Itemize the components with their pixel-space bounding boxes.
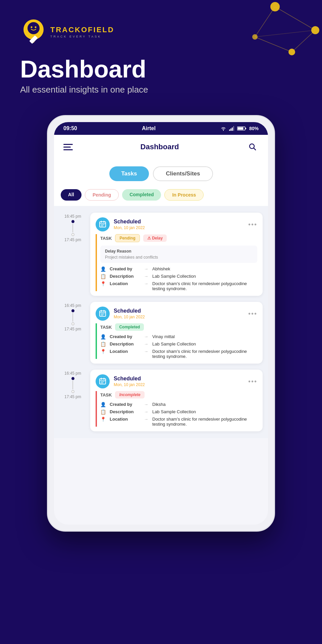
page-title: Dashboard: [20, 57, 302, 81]
card-header-left-2: Scheduled Mon, 10 jan 2022: [96, 307, 145, 321]
time-end-1: 17:45 pm: [64, 237, 81, 242]
tl-dot-top-1: [71, 220, 74, 223]
loc-label-2: Location: [110, 349, 140, 354]
card-info-1: Scheduled Mon, 10 jan 2022: [114, 219, 145, 230]
time-end-3: 17:45 pm: [64, 394, 81, 399]
created-by-value-3: Diksha: [152, 402, 257, 407]
arrow-2: →: [144, 274, 148, 279]
svg-rect-15: [229, 129, 230, 131]
tab-clients-sites[interactable]: Clients/Sites: [153, 166, 213, 181]
timeline-col-1: 16:45 pm 17:45 pm: [59, 213, 86, 242]
arrow-3: →: [144, 281, 148, 286]
avatar-1: [96, 217, 110, 231]
doc-icon-2: 📋: [100, 341, 107, 347]
nav-bar: Dashboard: [54, 135, 268, 159]
timeline-col-2: 16:45 pm 17:45 pm: [59, 302, 86, 331]
loc-value-2: Doctor sham's clinic for remdesiver poly…: [152, 349, 257, 359]
battery-icon: [237, 126, 247, 131]
created-by-value-2: Vinay mittal: [152, 334, 257, 339]
tab-tasks[interactable]: Tasks: [109, 166, 149, 181]
desc-value-2: Lab Sample Collection: [152, 341, 257, 346]
arrow-4: →: [144, 334, 148, 339]
svg-rect-36: [100, 379, 106, 384]
desc-label-3: Description: [110, 409, 140, 414]
filter-pending[interactable]: Pending: [85, 189, 119, 201]
user-icon-1: 👤: [100, 266, 107, 272]
created-by-value-1: Abhishek: [152, 266, 257, 271]
logo-tagline: TRACK EVERY TASK: [50, 35, 114, 38]
badge-incomplete-3: Incomplete: [115, 391, 144, 398]
time-start-2: 16:45 pm: [64, 303, 81, 308]
card-menu-1[interactable]: •••: [248, 221, 257, 228]
arrow-6: →: [144, 349, 148, 354]
user-icon-2: 👤: [100, 334, 107, 339]
timeline-line-1: [71, 220, 74, 236]
svg-rect-30: [100, 311, 106, 316]
tl-vert-2: [72, 313, 73, 322]
created-by-label-3: Created by: [110, 402, 140, 407]
task-label-2: TASK: [100, 325, 112, 330]
task-card-1: Scheduled Mon, 10 jan 2022 ••• TASK Pend…: [90, 213, 263, 296]
pin-icon-3: 📍: [100, 417, 107, 422]
signal-icon: [229, 126, 234, 131]
loc-label-3: Location: [110, 417, 140, 422]
created-by-label-1: Created by: [110, 266, 140, 271]
badge-pending-1: Pending: [115, 234, 140, 242]
table-row: 16:45 pm 17:45 pm: [59, 213, 263, 296]
logo-name: TRACKOFIELD: [50, 25, 114, 34]
task-card-2: Scheduled Mon, 10 jan 2022 ••• TASK Comp…: [90, 302, 263, 364]
tab-selector: Tasks Clients/Sites: [54, 159, 268, 186]
avatar-3: [96, 374, 110, 388]
filter-inprocess[interactable]: In Process: [164, 189, 204, 201]
svg-rect-20: [245, 128, 246, 129]
logo-text: TRACKOFIELD TRACK EVERY TASK: [50, 25, 114, 38]
svg-point-13: [35, 26, 37, 28]
arrow-9: →: [144, 417, 148, 422]
doc-icon-3: 📋: [100, 409, 107, 415]
info-created-1: 👤 Created by → Abhishek: [100, 266, 257, 272]
task-icon-1: [99, 220, 107, 228]
info-desc-3: 📋 Description → Lab Sample Collection: [100, 409, 257, 415]
created-by-label-2: Created by: [110, 334, 140, 339]
card-info-3: Scheduled Mon, 10 jan 2022: [114, 376, 145, 387]
card-header-left-1: Scheduled Mon, 10 jan 2022: [96, 217, 145, 231]
hamburger-menu[interactable]: [63, 144, 73, 150]
task-label-row-1: TASK Pending ⚠ Delay: [100, 234, 257, 242]
table-row: 16:45 pm 17:45 pm: [59, 370, 263, 431]
card-body-1: TASK Pending ⚠ Delay Delay Reason Projec…: [96, 234, 257, 291]
desc-label-2: Description: [110, 341, 140, 346]
delay-reason-text: Project mistakes and conflicts: [105, 255, 253, 260]
timeline-col-3: 16:45 pm 17:45 pm: [59, 370, 86, 399]
card-menu-3[interactable]: •••: [248, 378, 257, 385]
svg-line-23: [254, 148, 256, 150]
card-header-left-3: Scheduled Mon, 10 jan 2022: [96, 374, 145, 388]
task-icon-2: [99, 310, 107, 318]
svg-rect-16: [230, 128, 231, 131]
page-subtitle: All essential insights in one place: [20, 85, 302, 95]
time-start-3: 16:45 pm: [64, 371, 81, 376]
arrow-8: →: [144, 409, 148, 414]
doc-icon-1: 📋: [100, 274, 107, 279]
delay-reason-box: Delay Reason Project mistakes and confli…: [100, 246, 257, 263]
pin-icon-1: 📍: [100, 281, 107, 286]
search-button[interactable]: [247, 141, 259, 153]
card-menu-2[interactable]: •••: [248, 310, 257, 318]
card-date-1: Mon, 10 jan 2022: [114, 225, 145, 230]
user-icon-3: 👤: [100, 402, 107, 407]
card-date-2: Mon, 10 jan 2022: [114, 315, 145, 319]
card-title-3: Scheduled: [114, 376, 145, 382]
badge-completed-2: Completed: [115, 323, 144, 331]
filter-all[interactable]: All: [61, 189, 82, 201]
card-body-2: TASK Completed 👤 Created by → Vinay mitt…: [96, 323, 257, 359]
status-time: 09:50: [63, 125, 77, 131]
filter-pills: All Pending Completed In Process: [54, 186, 268, 206]
logo-icon: [20, 17, 47, 47]
svg-rect-17: [232, 127, 233, 131]
tl-dot-bottom-2: [71, 322, 74, 325]
info-desc-1: 📋 Description → Lab Sample Collection: [100, 274, 257, 279]
wifi-icon: [220, 126, 226, 131]
card-body-3: TASK Incomplete 👤 Created by → Diksha 📋: [96, 391, 257, 427]
arrow-7: →: [144, 402, 148, 407]
info-loc-3: 📍 Location → Doctor sham's clinic for re…: [100, 417, 257, 427]
filter-completed[interactable]: Completed: [122, 189, 161, 201]
